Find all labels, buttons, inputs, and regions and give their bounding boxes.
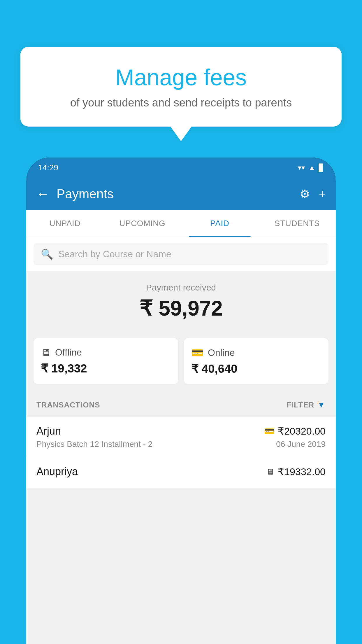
tab-unpaid[interactable]: UNPAID	[26, 210, 104, 237]
settings-button[interactable]: ⚙	[300, 187, 310, 201]
cash-icon: 🖥	[266, 467, 274, 477]
amount-value: ₹19332.00	[278, 466, 326, 477]
filter-label: FILTER	[287, 400, 314, 410]
payment-total-amount: ₹ 59,972	[34, 296, 328, 321]
search-container: 🔍 Search by Course or Name	[26, 237, 336, 271]
transaction-row[interactable]: Anupriya 🖥 ₹19332.00	[26, 457, 336, 489]
offline-amount: ₹ 19,332	[41, 362, 171, 375]
transactions-header: TRANSACTIONS FILTER ▼	[26, 393, 336, 417]
search-bar[interactable]: 🔍 Search by Course or Name	[34, 243, 328, 265]
transactions-label: TRANSACTIONS	[36, 400, 100, 410]
online-card-header: 💳 Online	[191, 347, 321, 358]
tab-upcoming[interactable]: UPCOMING	[104, 210, 181, 237]
transaction-date: 06 June 2019	[276, 440, 326, 449]
transactions-list: Arjun 💳 ₹20320.00 Physics Batch 12 Insta…	[26, 417, 336, 489]
phone-frame: 14:29 ▾▾ ▲ ▊ ← Payments ⚙ + UNPAID UPCOM…	[26, 158, 336, 644]
wifi-icon: ▾▾	[298, 164, 305, 172]
filter-button[interactable]: FILTER ▼	[287, 400, 326, 410]
header-title: Payments	[57, 187, 300, 201]
payment-received-label: Payment received	[34, 283, 328, 293]
search-input[interactable]: Search by Course or Name	[58, 249, 171, 260]
offline-payment-card: 🖥 Offline ₹ 19,332	[34, 338, 178, 384]
speech-bubble: Manage fees of your students and send re…	[20, 47, 342, 127]
online-label: Online	[208, 347, 235, 358]
offline-card-header: 🖥 Offline	[41, 347, 171, 358]
status-time: 14:29	[38, 163, 58, 172]
transaction-row-top: Arjun 💳 ₹20320.00	[36, 425, 326, 437]
offline-label: Offline	[55, 347, 82, 358]
transaction-row[interactable]: Arjun 💳 ₹20320.00 Physics Batch 12 Insta…	[26, 417, 336, 457]
online-amount: ₹ 40,640	[191, 362, 321, 375]
tab-students[interactable]: STUDENTS	[259, 210, 336, 237]
signal-icon: ▲	[308, 164, 315, 172]
payment-cards: 🖥 Offline ₹ 19,332 💳 Online ₹ 40,640	[26, 338, 336, 393]
app-header: ← Payments ⚙ +	[26, 178, 336, 210]
transaction-amount: 💳 ₹20320.00	[264, 425, 326, 437]
online-payment-card: 💳 Online ₹ 40,640	[184, 338, 328, 384]
back-button[interactable]: ←	[36, 187, 49, 201]
course-info: Physics Batch 12 Installment - 2	[36, 440, 152, 449]
header-actions: ⚙ +	[300, 187, 326, 201]
transaction-amount: 🖥 ₹19332.00	[266, 466, 326, 477]
tabs-bar: UNPAID UPCOMING PAID STUDENTS	[26, 210, 336, 237]
transaction-row-top: Anupriya 🖥 ₹19332.00	[36, 466, 326, 478]
filter-icon: ▼	[317, 400, 326, 410]
status-bar: 14:29 ▾▾ ▲ ▊	[26, 158, 336, 178]
student-name: Anupriya	[36, 466, 78, 478]
battery-icon: ▊	[319, 164, 324, 172]
offline-icon: 🖥	[41, 347, 51, 358]
status-icons: ▾▾ ▲ ▊	[298, 164, 324, 172]
student-name: Arjun	[36, 425, 61, 437]
credit-card-icon: 💳	[264, 426, 274, 436]
online-icon: 💳	[191, 347, 203, 358]
search-icon: 🔍	[41, 248, 53, 260]
transaction-row-bottom: Physics Batch 12 Installment - 2 06 June…	[36, 440, 326, 449]
payment-summary: Payment received ₹ 59,972	[26, 271, 336, 338]
bubble-subtitle: of your students and send receipts to pa…	[35, 97, 327, 109]
bubble-title: Manage fees	[35, 64, 327, 91]
add-button[interactable]: +	[319, 188, 326, 201]
app-screen: ← Payments ⚙ + UNPAID UPCOMING PAID STUD…	[26, 178, 336, 644]
tab-paid[interactable]: PAID	[181, 210, 259, 237]
amount-value: ₹20320.00	[278, 425, 326, 437]
